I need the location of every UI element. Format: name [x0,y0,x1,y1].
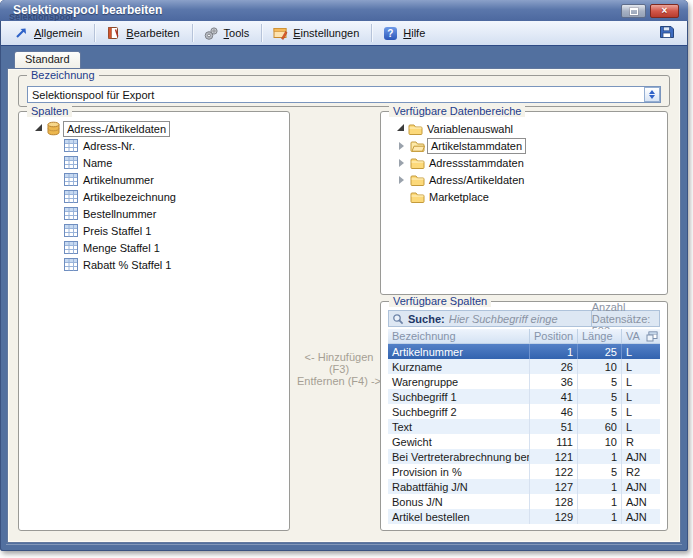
cell-laenge: 1 [578,509,622,524]
table-row[interactable]: Suchbegriff 2465L [388,404,660,419]
bezeichnung-combobox[interactable]: Selektionspool für Export [27,86,661,103]
tree-item-root[interactable]: Adress-/Artikeldaten [23,120,285,137]
cell-va: L [622,359,660,374]
cell-bezeichnung: Suchbegriff 1 [388,389,530,404]
table-row[interactable]: Suchbegriff 1415L [388,389,660,404]
table-row[interactable]: Artikelnummer125L [388,344,660,359]
tree-item[interactable]: Artikelstammdaten [385,137,663,154]
cell-va: R [622,434,660,449]
tree-item-label: Variablenauswahl [425,123,515,135]
table-row[interactable]: Kurzname2610L [388,359,660,374]
group-spalten: Spalten Adress-/ArtikeldatenAdress-Nr.Na… [18,111,290,531]
tree-item[interactable]: Artikelbezeichnung [23,188,285,205]
window-title: Selektionspool bearbeiten [13,3,162,17]
save-button[interactable] [656,24,678,43]
cell-va: AJN [622,449,660,464]
combobox-dropdown-button[interactable] [644,87,660,102]
cell-position: 1 [530,344,578,359]
search-icon [392,313,404,325]
expander-closed-icon[interactable] [399,176,404,184]
cell-position: 127 [530,479,578,494]
tree-item-label: Marketplace [427,191,491,203]
tree-item[interactable]: Menge Staffel 1 [23,239,285,256]
tree-item[interactable]: Name [23,154,285,171]
group-verfuegbare-spalten: Verfügbare Spalten Suche: Anzahl Datensä… [380,301,668,531]
table-row[interactable]: Text5160L [388,419,660,434]
tree-item-label: Artikelnummer [81,174,156,186]
cell-position: 46 [530,404,578,419]
cell-bezeichnung: Bei Vertreterabrechnung berücksichtige [388,449,530,464]
remove-button[interactable]: Entfernen (F4) -> [294,375,384,387]
cell-bezeichnung: Text [388,419,530,434]
table-icon [64,224,81,237]
toolbar-button-bearbeiten[interactable]: Bearbeiten [99,24,187,43]
tree-item[interactable]: Bestellnummer [23,205,285,222]
toolbar-button-einstellungen[interactable]: Einstellungen [266,24,367,43]
table-row[interactable]: Provision in %1225R2 [388,464,660,479]
group-spalten-label: Spalten [27,105,72,117]
toolbar-buttons: AllgemeinBearbeitenToolsEinstellungen?Hi… [7,24,433,43]
table-row[interactable]: Warengruppe365L [388,374,660,389]
tree-item-label: Artikelbezeichnung [81,191,178,203]
cell-bezeichnung: Bonus J/N [388,494,530,509]
tab-standard[interactable]: Standard [14,51,81,68]
expander-open-icon[interactable] [35,124,42,131]
cell-va: L [622,419,660,434]
toolbar: AllgemeinBearbeitenToolsEinstellungen?Hi… [1,21,687,46]
tree-item[interactable]: Adress-Nr. [23,137,285,154]
up-arrow-icon [649,90,655,94]
cell-position: 41 [530,389,578,404]
tree-item[interactable]: Marketplace [385,188,663,205]
edit-icon [105,26,121,41]
folder-open-icon [410,140,427,152]
table-row[interactable]: Artikel bestellen1291AJN [388,509,660,524]
table-icon [64,190,81,203]
tree-item[interactable]: Preis Staffel 1 [23,222,285,239]
table-icon [64,173,81,186]
add-button[interactable]: <- Hinzufügen (F3) [294,351,384,375]
title-bar[interactable]: Selektionspool Selektionspool bearbeiten… [0,0,688,21]
expander-closed-icon[interactable] [399,159,404,167]
cell-position: 121 [530,449,578,464]
folder-icon [410,157,427,169]
cell-laenge: 5 [578,464,622,479]
table-row[interactable]: Bonus J/N1281AJN [388,494,660,509]
tree-item[interactable]: Adress/Artikeldaten [385,171,663,188]
cell-laenge: 10 [578,359,622,374]
close-button[interactable]: × [650,4,679,18]
db-icon [46,121,63,136]
cell-laenge: 5 [578,374,622,389]
tree-item[interactable]: Rabatt % Staffel 1 [23,256,285,273]
column-chooser-icon[interactable] [646,331,658,344]
tree-item-label: Name [81,157,114,169]
table-icon [64,258,81,271]
toolbar-button-tools[interactable]: Tools [197,24,258,43]
table-row[interactable]: Gewicht11110R [388,434,660,449]
tree-item[interactable]: Adressstammdaten [385,154,663,171]
toolbar-button-hilfe[interactable]: ?Hilfe [376,24,433,43]
cell-va: L [622,344,660,359]
table-row[interactable]: Bei Vertreterabrechnung berücksichtige12… [388,449,660,464]
cell-va: R2 [622,464,660,479]
group-datenbereiche: Verfügbare Datenbereiche Variablenauswah… [380,111,668,295]
toolbar-separator [371,24,372,42]
cell-va: AJN [622,479,660,494]
cell-position: 122 [530,464,578,479]
grid-header[interactable]: Bezeichnung Position Länge VA [388,329,660,344]
search-box[interactable]: Suche: [389,311,591,326]
tree-item-label: Rabatt % Staffel 1 [81,259,173,271]
group-bezeichnung: Bezeichnung Selektionspool für Export [18,75,670,107]
maximize-button[interactable] [621,4,646,18]
column-header-position[interactable]: Position [530,329,578,343]
table-row[interactable]: Rabattfähig J/N1271AJN [388,479,660,494]
toolbar-button-allgemein[interactable]: Allgemein [7,24,90,43]
column-header-laenge[interactable]: Länge [578,329,622,343]
column-header-bezeichnung[interactable]: Bezeichnung [388,329,530,343]
tree-item[interactable]: Artikelnummer [23,171,285,188]
search-input[interactable] [449,313,591,325]
group-bezeichnung-label: Bezeichnung [27,69,99,81]
tree-item-root[interactable]: Variablenauswahl [385,120,663,137]
expander-closed-icon[interactable] [399,142,404,150]
cell-position: 26 [530,359,578,374]
expander-open-icon[interactable] [397,124,404,131]
